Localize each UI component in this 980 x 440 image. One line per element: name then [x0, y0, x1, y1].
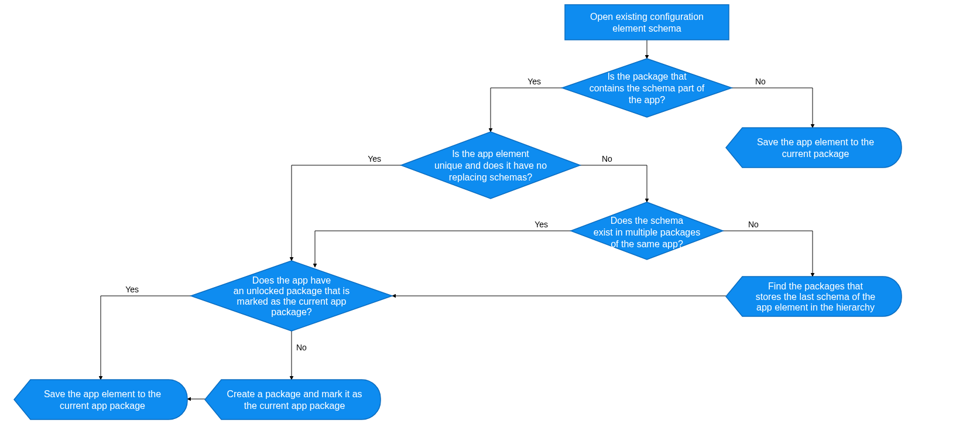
svg-text:current package: current package: [782, 149, 849, 159]
label-d1-no: No: [755, 77, 766, 86]
node-d1: Is the package that contains the schema …: [562, 59, 732, 117]
edge-d3-no-p2: [723, 231, 813, 277]
node-start: Open existing configuration element sche…: [565, 5, 729, 40]
svg-text:contains the schema part of: contains the schema part of: [590, 83, 705, 93]
svg-text:the current app package: the current app package: [244, 401, 345, 411]
node-p1: Save the app element to the current pack…: [726, 128, 902, 168]
edge-d2-yes-d4: [292, 165, 401, 261]
svg-text:replacing schemas?: replacing schemas?: [449, 172, 532, 182]
node-d3: Does the schema exist in multiple packag…: [571, 202, 723, 260]
svg-text:the app?: the app?: [629, 95, 665, 105]
svg-text:of the same app?: of the same app?: [611, 239, 683, 249]
node-p3: Create a package and mark it as the curr…: [205, 380, 381, 419]
svg-text:stores the last schema of the: stores the last schema of the: [756, 292, 876, 302]
svg-text:Does the schema: Does the schema: [611, 216, 684, 226]
edge-d2-no-d3: [580, 165, 647, 202]
svg-text:Find the packages that: Find the packages that: [768, 281, 863, 291]
edge-d4-yes-p4: [101, 296, 191, 380]
label-d1-yes: Yes: [527, 77, 541, 86]
svg-text:Is the package that: Is the package that: [607, 71, 687, 81]
svg-text:marked as the current app: marked as the current app: [237, 296, 347, 306]
svg-text:current app package: current app package: [60, 401, 145, 411]
svg-text:Is the app element: Is the app element: [452, 149, 529, 159]
svg-text:app element in the hierarchy: app element in the hierarchy: [756, 302, 875, 312]
label-d4-no: No: [296, 343, 307, 352]
svg-text:exist in multiple packages: exist in multiple packages: [594, 227, 700, 237]
svg-text:an unlocked package that is: an unlocked package that is: [234, 286, 349, 296]
edge-d1-no-p1: [732, 88, 813, 128]
node-start-text-l2: element schema: [612, 23, 681, 33]
svg-text:Save the app element to the: Save the app element to the: [44, 389, 161, 399]
svg-text:Does the app have: Does the app have: [252, 275, 331, 285]
node-p2: Find the packages that stores the last s…: [726, 277, 902, 316]
label-d3-no: No: [748, 220, 759, 229]
node-d4: Does the app have an unlocked package th…: [191, 261, 392, 331]
svg-text:Save the app element to the: Save the app element to the: [757, 137, 874, 147]
node-start-text-l1: Open existing configuration: [590, 12, 704, 22]
svg-rect-0: [565, 5, 729, 40]
edge-d3-yes-d4: [315, 231, 571, 267]
svg-text:unique and does it have no: unique and does it have no: [434, 161, 547, 170]
label-d2-yes: Yes: [368, 154, 381, 163]
label-d4-yes: Yes: [125, 285, 139, 294]
label-d2-no: No: [602, 154, 612, 163]
svg-text:Create a package and mark it a: Create a package and mark it as: [227, 389, 362, 399]
node-p4: Save the app element to the current app …: [14, 380, 187, 419]
svg-text:package?: package?: [271, 307, 311, 317]
node-d2: Is the app element unique and does it ha…: [401, 132, 580, 199]
edge-d1-yes-d2: [491, 88, 562, 132]
label-d3-yes: Yes: [534, 220, 548, 229]
